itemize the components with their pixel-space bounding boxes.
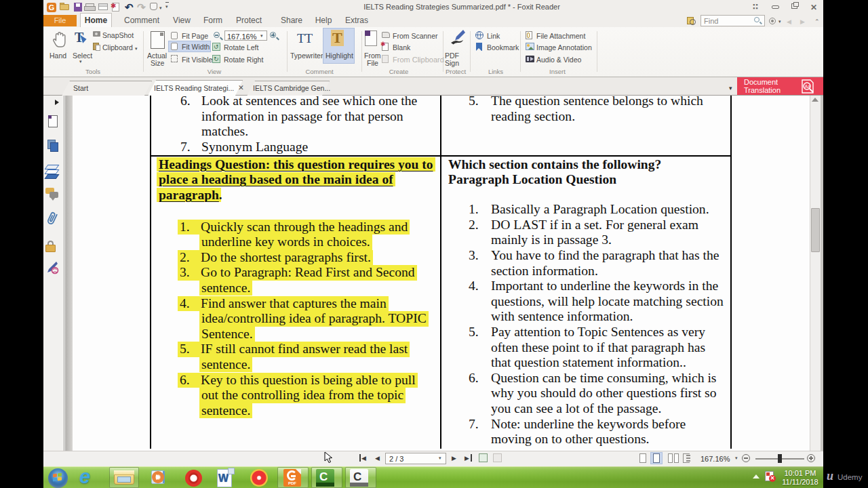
svg-text:Aa: Aa	[805, 84, 811, 89]
